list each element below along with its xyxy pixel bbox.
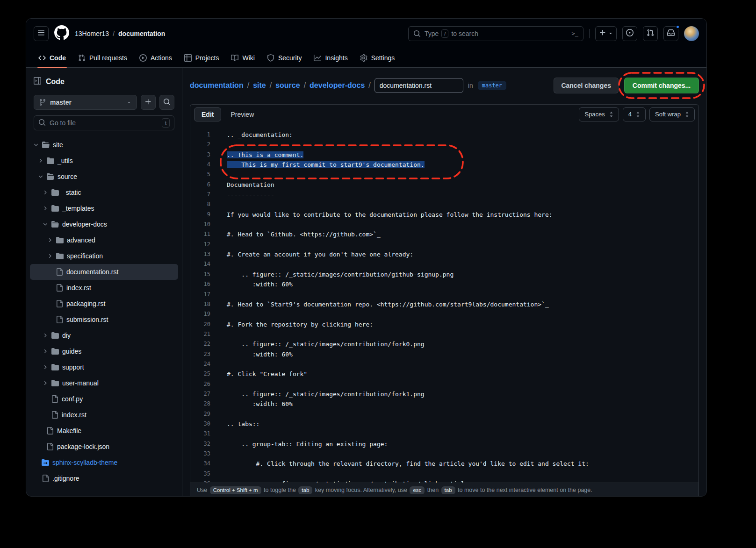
code-line-15[interactable]: 15 .. figure:: /_static/images/contribut… [190,270,698,279]
line-number: 8 [190,199,212,209]
branch-row: master [30,95,178,110]
code-line-1[interactable]: 1.. _documentation: [190,130,698,140]
code-line-16[interactable]: 16 :width: 60% [190,279,698,289]
tree-item-sphinx-scylladb-theme[interactable]: sphinx-scylladb-theme [30,455,178,470]
tree-item-index.rst[interactable]: index.rst [30,407,178,423]
search-this-repo-button[interactable] [159,95,174,110]
hamburger-menu-button[interactable] [34,26,49,41]
code-line-33[interactable]: 33 [190,449,698,459]
path-link-documentation[interactable]: documentation [190,81,244,90]
pull-requests-button[interactable] [643,26,658,41]
global-search-input[interactable]: Type / to search >_ [408,26,583,41]
code-line-17[interactable]: 17 [190,290,698,299]
code-line-30[interactable]: 30.. tabs:: [190,419,698,429]
tab-preview[interactable]: Preview [223,107,261,121]
path-link-developer-docs[interactable]: developer-docs [310,81,365,90]
path-link-source[interactable]: source [275,81,300,90]
code-line-13[interactable]: 13#. Create an account if you don't have… [190,249,698,259]
tab-projects[interactable]: Projects [180,49,224,67]
code-line-4[interactable]: 4 This is my first commit to start9's do… [190,160,698,170]
wrap-mode-select[interactable]: Soft wrap [649,107,695,121]
go-to-file-input[interactable]: Go to file t [34,115,174,130]
code-area[interactable]: 1.. _documentation:23.. This is a commen… [190,124,698,497]
tab-actions[interactable]: Actions [135,49,177,67]
code-line-22[interactable]: 22 .. figure:: /_static/images/contribut… [190,339,698,349]
tree-item-specification[interactable]: specification [30,248,178,264]
code-line-2[interactable]: 2 [190,140,698,149]
commit-changes-button[interactable]: Commit changes... [624,78,699,93]
tab-security[interactable]: Security [262,49,307,67]
code-line-23[interactable]: 23 :width: 60% [190,349,698,359]
line-number: 30 [190,419,212,429]
tree-item-Makefile[interactable]: Makefile [30,423,178,439]
tab-settings[interactable]: Settings [355,49,400,67]
path-link-site[interactable]: site [253,81,266,90]
code-line-31[interactable]: 31 [190,429,698,439]
code-line-5[interactable]: 5 [190,170,698,179]
tree-item-source[interactable]: source [30,169,178,185]
tree-item-support[interactable]: support [30,359,178,375]
collapse-sidebar-button[interactable] [34,77,41,86]
breadcrumb-repo-link[interactable]: documentation [118,30,165,37]
code-line-12[interactable]: 12 [190,240,698,249]
code-line-10[interactable]: 10 [190,220,698,229]
tree-item-documentation.rst[interactable]: documentation.rst [30,264,178,280]
code-line-11[interactable]: 11#. Head to `Github. <https://github.co… [190,229,698,239]
tab-code[interactable]: Code [34,49,71,67]
new-file-button[interactable] [141,95,156,110]
tree-item-user-manual[interactable]: user-manual [30,375,178,391]
go-to-file-placeholder: Go to file [50,119,76,127]
tree-item-index.rst[interactable]: index.rst [30,280,178,296]
code-line-24[interactable]: 24 [190,359,698,369]
code-line-18[interactable]: 18#. Head to `Start9's documentation rep… [190,299,698,309]
tree-item-guides[interactable]: guides [30,343,178,359]
tree-item-conf.py[interactable]: conf.py [30,391,178,407]
code-line-20[interactable]: 20#. Fork the repository by clicking her… [190,320,698,329]
code-line-21[interactable]: 21 [190,329,698,339]
cancel-changes-button[interactable]: Cancel changes [554,78,619,93]
code-line-19[interactable]: 19 [190,309,698,319]
code-line-7[interactable]: 7------------- [190,190,698,199]
tree-item-developer-docs[interactable]: developer-docs [30,216,178,232]
code-line-3[interactable]: 3.. This is a comment. [190,150,698,160]
code-line-29[interactable]: 29 [190,409,698,419]
command-palette-icon[interactable]: >_ [572,30,578,37]
indent-size-select[interactable]: 4 [623,107,646,121]
tree-item-package-lock.json[interactable]: package-lock.json [30,439,178,455]
tab-insights[interactable]: Insights [309,49,352,67]
code-line-35[interactable]: 35 [190,469,698,479]
tree-item-_utils[interactable]: _utils [30,153,178,169]
code-line-34[interactable]: 34 #. Click through the relevant directo… [190,459,698,469]
indent-mode-select[interactable]: Spaces [579,107,619,121]
tab-pull-requests[interactable]: Pull requests [73,49,132,67]
tree-item-advanced[interactable]: advanced [30,232,178,248]
sidebar-title: Code [46,78,65,86]
code-line-32[interactable]: 32 .. group-tab:: Editing an existing pa… [190,439,698,449]
user-avatar[interactable] [684,26,699,41]
line-number: 1 [190,130,212,140]
tree-item-diy[interactable]: diy [30,327,178,343]
tree-item-site[interactable]: site [30,137,178,153]
tree-item-_static[interactable]: _static [30,185,178,200]
code-line-9[interactable]: 9If you would like to contribute to the … [190,210,698,220]
tab-edit[interactable]: Edit [194,107,221,121]
code-line-25[interactable]: 25#. Click "Create fork" [190,369,698,379]
code-line-14[interactable]: 14 [190,259,698,269]
code-line-26[interactable]: 26 [190,379,698,389]
create-new-button[interactable] [595,26,617,41]
filename-input[interactable] [374,78,463,93]
code-line-28[interactable]: 28 :width: 60% [190,399,698,409]
tree-item-_templates[interactable]: _templates [30,200,178,216]
github-logo[interactable] [54,26,69,41]
code-line-6[interactable]: 6Documentation [190,180,698,190]
tab-wiki[interactable]: Wiki [226,49,259,67]
code-line-8[interactable]: 8 [190,199,698,209]
breadcrumb-owner-link[interactable]: 13Homer13 [75,30,109,37]
branch-selector[interactable]: master [34,95,137,110]
inbox-button[interactable] [663,26,678,41]
tree-item-packaging.rst[interactable]: packaging.rst [30,296,178,312]
tree-item-submission.rst[interactable]: submission.rst [30,312,178,327]
code-line-27[interactable]: 27 .. figure:: /_static/images/contribut… [190,389,698,399]
issues-button[interactable] [622,26,637,41]
tree-item-.gitignore[interactable]: .gitignore [30,470,178,486]
